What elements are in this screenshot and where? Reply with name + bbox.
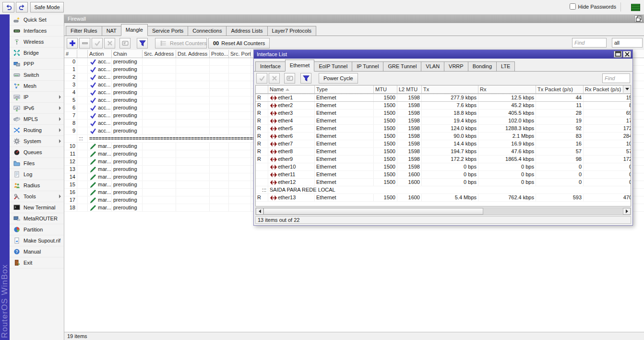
column-header-proto[interactable]: Proto... bbox=[210, 50, 229, 58]
interface-row[interactable]: Rether3Ethernet1500159818.8 kbps405.5 kb… bbox=[256, 109, 631, 117]
sidebar-item-tools[interactable]: Tools bbox=[10, 191, 64, 202]
sidebar-item-partition[interactable]: Partition bbox=[10, 224, 64, 235]
column-header-blank[interactable] bbox=[77, 50, 88, 58]
comment-button[interactable] bbox=[119, 38, 131, 49]
column-header-blank[interactable]: # bbox=[64, 50, 77, 58]
filter-button[interactable] bbox=[137, 38, 148, 49]
sidebar-item-ip[interactable]: 255IP bbox=[10, 92, 64, 103]
interface-find-input[interactable] bbox=[602, 73, 630, 83]
tab-layer7-protocols[interactable]: Layer7 Protocols bbox=[267, 26, 317, 36]
enable-interface-button[interactable] bbox=[256, 73, 267, 84]
interface-row[interactable]: Rether13Ethernet150016005.4 Mbps762.4 kb… bbox=[256, 194, 631, 202]
tab-bonding[interactable]: Bonding bbox=[468, 61, 497, 71]
tab-gre-tunnel[interactable]: GRE Tunnel bbox=[383, 61, 421, 71]
tab-ethernet[interactable]: Ethernet bbox=[285, 60, 315, 72]
sidebar-item-new-terminal[interactable]: New Terminal bbox=[10, 202, 64, 213]
interface-comment-row[interactable]: :::SAIDA PARA REDE LOCAL bbox=[256, 186, 631, 194]
interface-row[interactable]: Rether8Ethernet15001598194.7 kbps47.6 kb… bbox=[256, 148, 631, 156]
column-header-tx-packet-p-s[interactable]: Tx Packet (p/s) bbox=[536, 85, 584, 93]
interface-row[interactable]: ether12Ethernet150016000 bps0 bps00 bbox=[256, 179, 631, 186]
sidebar-item-system[interactable]: System bbox=[10, 136, 64, 147]
hide-passwords-checkbox[interactable] bbox=[570, 3, 576, 10]
firewall-find-input[interactable] bbox=[572, 38, 607, 48]
column-header-name[interactable]: Name bbox=[268, 85, 315, 93]
maximize-button[interactable] bbox=[614, 51, 622, 58]
restore-button[interactable] bbox=[634, 15, 643, 22]
column-header-l2-mtu[interactable]: L2 MTU bbox=[397, 85, 422, 93]
close-button[interactable] bbox=[623, 51, 631, 58]
sidebar-item-switch[interactable]: Switch bbox=[10, 70, 64, 81]
interface-row[interactable]: Rether9Ethernet15001598172.2 kbps1865.4 … bbox=[256, 156, 631, 163]
tab-vrrp[interactable]: VRRP bbox=[444, 61, 468, 71]
sidebar-item-mpls[interactable]: MPLS bbox=[10, 114, 64, 125]
reset-all-counters-button[interactable]: 00 Reset All Counters bbox=[208, 38, 270, 49]
interface-list-titlebar[interactable]: Interface List bbox=[254, 50, 632, 59]
tab-lte[interactable]: LTE bbox=[496, 61, 515, 71]
sidebar-item-bridge[interactable]: Bridge bbox=[10, 48, 64, 59]
interface-row[interactable]: ether10Ethernet150015980 bps0 bps00 bbox=[256, 163, 631, 171]
interface-row[interactable]: Rether5Ethernet15001598124.0 kbps1288.3 … bbox=[256, 125, 631, 133]
disable-rule-button[interactable] bbox=[104, 38, 115, 49]
column-header-type[interactable]: Type bbox=[315, 85, 374, 93]
filter-button[interactable] bbox=[300, 73, 311, 84]
sidebar-item-interfaces[interactable]: Interfaces bbox=[10, 25, 64, 36]
scrollbar-thumb[interactable] bbox=[263, 208, 483, 215]
horizontal-scrollbar[interactable] bbox=[255, 207, 631, 215]
remove-rule-button[interactable] bbox=[79, 38, 90, 49]
tab-mangle[interactable]: Mangle bbox=[121, 24, 148, 36]
interface-row[interactable]: Rether1Ethernet15001598277.9 kbps12.5 kb… bbox=[256, 94, 631, 102]
safe-mode-button[interactable]: Safe Mode bbox=[30, 2, 64, 12]
sidebar-item-metarouter[interactable]: MetaROUTER bbox=[10, 213, 64, 224]
sidebar-item-quick-set[interactable]: Quick Set bbox=[10, 14, 64, 25]
column-header-tx[interactable]: Tx bbox=[422, 85, 478, 93]
power-cycle-button[interactable]: Power Cycle bbox=[319, 73, 358, 84]
tab-interface[interactable]: Interface bbox=[255, 61, 286, 71]
reset-counters-button[interactable]: Reset Counters bbox=[155, 38, 207, 49]
tab-nat[interactable]: NAT bbox=[102, 26, 121, 36]
column-header-src-port[interactable]: Src. Port bbox=[229, 50, 251, 58]
sidebar-item-radius[interactable]: Radius bbox=[10, 180, 64, 191]
sidebar-item-make-supout-rif[interactable]: Make Supout.rif bbox=[10, 235, 64, 246]
sidebar-item-files[interactable]: Files bbox=[10, 158, 64, 169]
interface-row[interactable]: Rether7Ethernet1500159814.4 kbps16.9 kbp… bbox=[256, 140, 631, 148]
column-header-rx[interactable]: Rx bbox=[478, 85, 536, 93]
comment-button[interactable] bbox=[284, 73, 295, 84]
interface-row[interactable]: Rether2Ethernet150015987.6 kbps45.2 kbps… bbox=[256, 102, 631, 109]
column-header-action[interactable]: Action bbox=[88, 50, 112, 58]
tab-service-ports[interactable]: Service Ports bbox=[147, 26, 188, 36]
sidebar-item-queues[interactable]: Queues bbox=[10, 147, 64, 158]
tab-vlan[interactable]: VLAN bbox=[421, 61, 444, 71]
sidebar-item-wireless[interactable]: Wireless bbox=[10, 36, 64, 48]
disable-interface-button[interactable] bbox=[269, 73, 280, 84]
interface-row[interactable]: Rether4Ethernet1500159819.4 kbps102.0 kb… bbox=[256, 117, 631, 125]
tab-address-lists[interactable]: Address Lists bbox=[226, 26, 267, 36]
column-header-mtu[interactable]: MTU bbox=[374, 85, 397, 93]
sidebar-item-mesh[interactable]: Mesh bbox=[10, 81, 64, 92]
tab-connections[interactable]: Connections bbox=[188, 26, 227, 36]
sidebar-item-ppp[interactable]: PPP bbox=[10, 59, 64, 70]
chain-filter-dropdown[interactable]: all bbox=[612, 38, 643, 48]
scroll-right-button[interactable] bbox=[623, 208, 631, 215]
scroll-left-button[interactable] bbox=[256, 208, 263, 215]
column-header-chain[interactable]: Chain bbox=[112, 50, 143, 58]
sidebar-item-manual[interactable]: ?Manual bbox=[10, 246, 64, 257]
firewall-titlebar[interactable]: Firewall bbox=[64, 14, 644, 23]
sidebar-item-log[interactable]: Log bbox=[10, 169, 64, 180]
column-header-dst-address[interactable]: Dst. Address bbox=[176, 50, 210, 58]
undo-button[interactable] bbox=[2, 2, 14, 12]
sidebar-item-ipv6[interactable]: v6IPv6 bbox=[10, 103, 64, 114]
interface-row[interactable]: Rether6Ethernet1500159890.0 kbps2.1 Mbps… bbox=[256, 133, 631, 140]
tab-eoip-tunnel[interactable]: EoIP Tunnel bbox=[314, 61, 352, 71]
column-header-src-address[interactable]: Src. Address bbox=[143, 50, 176, 58]
redo-button[interactable] bbox=[16, 2, 28, 12]
column-header-blank[interactable] bbox=[256, 85, 268, 93]
add-rule-button[interactable] bbox=[67, 38, 78, 49]
sidebar-item-routing[interactable]: Routing bbox=[10, 125, 64, 136]
interface-row[interactable]: ether11Ethernet150016000 bps0 bps00 bbox=[256, 171, 631, 179]
tab-ip-tunnel[interactable]: IP Tunnel bbox=[352, 61, 383, 71]
scrollbar-track[interactable] bbox=[483, 208, 623, 215]
enable-rule-button[interactable] bbox=[92, 38, 103, 49]
tab-filter-rules[interactable]: Filter Rules bbox=[66, 26, 102, 36]
column-dropdown-button[interactable] bbox=[623, 85, 631, 93]
sidebar-item-exit[interactable]: Exit bbox=[10, 257, 64, 268]
